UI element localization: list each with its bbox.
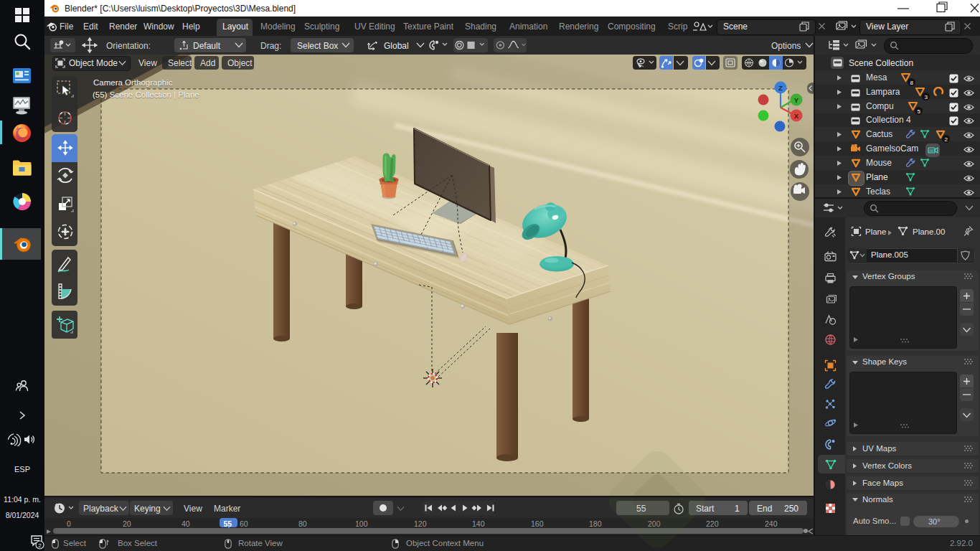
- svg-text:Y: Y: [794, 96, 799, 104]
- svg-text:Z: Z: [778, 84, 783, 92]
- svg-text:X: X: [794, 112, 799, 120]
- svg-text:2: 2: [38, 542, 42, 549]
